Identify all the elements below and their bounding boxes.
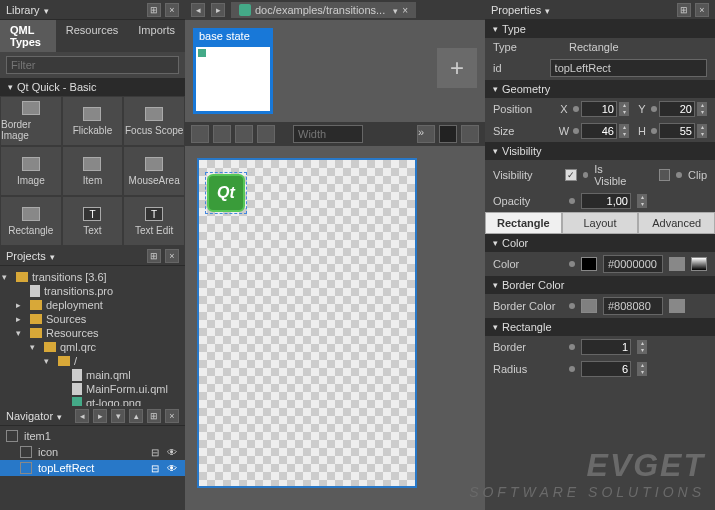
is-visible-checkbox[interactable]: ✓ [565, 169, 576, 181]
size-w-input[interactable] [581, 123, 617, 139]
comp-image[interactable]: Image [0, 146, 62, 196]
tab-qml-types[interactable]: QML Types [0, 20, 56, 52]
tool-btn[interactable] [257, 125, 275, 143]
tree-item[interactable]: ▾qml.qrc [2, 340, 183, 354]
spinner-down-icon[interactable]: ▾ [637, 201, 647, 208]
comp-item[interactable]: Item [62, 146, 124, 196]
tool-btn[interactable] [461, 125, 479, 143]
width-input[interactable] [293, 125, 363, 143]
spinner-up-icon[interactable]: ▴ [619, 102, 629, 109]
gradient-swatch[interactable] [691, 257, 707, 271]
geometry-section[interactable]: Geometry [485, 80, 715, 98]
up-icon[interactable]: ▴ [129, 409, 143, 423]
spinner-down-icon[interactable]: ▾ [619, 131, 629, 138]
split-icon[interactable]: ⊞ [677, 3, 691, 17]
tool-btn[interactable] [213, 125, 231, 143]
forward-icon[interactable]: ▸ [211, 3, 225, 17]
tab-rectangle[interactable]: Rectangle [485, 212, 562, 234]
border-color-input[interactable] [603, 297, 663, 315]
comp-focus-scope[interactable]: Focus Scope [123, 96, 185, 146]
opacity-input[interactable] [581, 193, 631, 209]
file-tab[interactable]: doc/examples/transitions... × [231, 2, 416, 18]
properties-title[interactable]: Properties [491, 4, 677, 16]
size-h-input[interactable] [659, 123, 695, 139]
right-icon[interactable]: ▸ [93, 409, 107, 423]
type-section[interactable]: Type [485, 20, 715, 38]
comp-text-edit[interactable]: TText Edit [123, 196, 185, 246]
down-icon[interactable]: ▾ [111, 409, 125, 423]
comp-text[interactable]: TText [62, 196, 124, 246]
spinner-down-icon[interactable]: ▾ [637, 369, 647, 376]
tool-btn[interactable] [439, 125, 457, 143]
eye-icon[interactable]: 👁 [167, 463, 179, 473]
comp-rectangle[interactable]: Rectangle [0, 196, 62, 246]
spinner-up-icon[interactable]: ▴ [637, 362, 647, 369]
nav-item-icon[interactable]: icon⊟👁 [0, 444, 185, 460]
tree-item[interactable]: transitions.pro [2, 284, 183, 298]
color-swatch[interactable] [581, 257, 597, 271]
canvas-area[interactable]: Qt [185, 146, 485, 510]
spinner-up-icon[interactable]: ▴ [637, 340, 647, 347]
radius-input[interactable] [581, 361, 631, 377]
canvas[interactable]: Qt [197, 158, 417, 488]
filter-input[interactable] [6, 56, 179, 74]
tree-item[interactable]: MainForm.ui.qml [2, 382, 183, 396]
old-color-swatch[interactable] [669, 257, 685, 271]
link-icon[interactable]: ⊟ [151, 463, 163, 473]
tree-item[interactable]: main.qml [2, 368, 183, 382]
close-icon[interactable]: × [165, 3, 179, 17]
split-icon[interactable]: ⊞ [147, 3, 161, 17]
color-input[interactable] [603, 255, 663, 273]
tree-item[interactable]: ▸deployment [2, 298, 183, 312]
comp-flickable[interactable]: Flickable [62, 96, 124, 146]
base-state[interactable]: base state [193, 28, 273, 114]
tree-item[interactable]: ▸Sources [2, 312, 183, 326]
spinner-down-icon[interactable]: ▾ [697, 109, 707, 116]
close-icon[interactable]: × [165, 409, 179, 423]
back-icon[interactable]: ◂ [191, 3, 205, 17]
split-icon[interactable]: ⊞ [147, 409, 161, 423]
old-border-swatch[interactable] [669, 299, 685, 313]
left-icon[interactable]: ◂ [75, 409, 89, 423]
id-input[interactable] [550, 59, 707, 77]
tool-btn[interactable] [191, 125, 209, 143]
qt-logo-item[interactable]: Qt [207, 174, 245, 212]
tree-root[interactable]: ▾transitions [3.6] [2, 270, 183, 284]
link-icon[interactable]: ⊟ [151, 447, 163, 457]
tool-btn[interactable]: » [417, 125, 435, 143]
pos-x-input[interactable] [581, 101, 617, 117]
border-color-section[interactable]: Border Color [485, 276, 715, 294]
border-color-swatch[interactable] [581, 299, 597, 313]
tab-imports[interactable]: Imports [128, 20, 185, 52]
tab-resources[interactable]: Resources [56, 20, 129, 52]
visibility-section[interactable]: Visibility [485, 142, 715, 160]
projects-title[interactable]: Projects [6, 250, 147, 262]
navigator-title[interactable]: Navigator [6, 410, 75, 422]
close-icon[interactable]: × [695, 3, 709, 17]
spinner-down-icon[interactable]: ▾ [697, 131, 707, 138]
split-icon[interactable]: ⊞ [147, 249, 161, 263]
add-state-button[interactable]: + [437, 48, 477, 88]
nav-item-topleftrect[interactable]: topLeftRect⊟👁 [0, 460, 185, 476]
spinner-up-icon[interactable]: ▴ [697, 124, 707, 131]
library-title[interactable]: Library [6, 4, 147, 16]
tree-item[interactable]: qt-logo.png [2, 396, 183, 406]
clip-checkbox[interactable] [659, 169, 670, 181]
spinner-up-icon[interactable]: ▴ [619, 124, 629, 131]
comp-border-image[interactable]: Border Image [0, 96, 62, 146]
eye-icon[interactable]: 👁 [167, 447, 179, 457]
tree-item[interactable]: ▾/ [2, 354, 183, 368]
comp-mousearea[interactable]: MouseArea [123, 146, 185, 196]
border-input[interactable] [581, 339, 631, 355]
close-tab-icon[interactable]: × [402, 5, 408, 16]
tool-btn[interactable] [235, 125, 253, 143]
rectangle-section[interactable]: Rectangle [485, 318, 715, 336]
spinner-up-icon[interactable]: ▴ [637, 194, 647, 201]
color-section[interactable]: Color [485, 234, 715, 252]
spinner-up-icon[interactable]: ▴ [697, 102, 707, 109]
tree-item[interactable]: ▾Resources [2, 326, 183, 340]
nav-item-item1[interactable]: item1 [0, 428, 185, 444]
tab-layout[interactable]: Layout [562, 212, 639, 234]
qt-quick-basic-header[interactable]: Qt Quick - Basic [0, 78, 185, 96]
spinner-down-icon[interactable]: ▾ [637, 347, 647, 354]
